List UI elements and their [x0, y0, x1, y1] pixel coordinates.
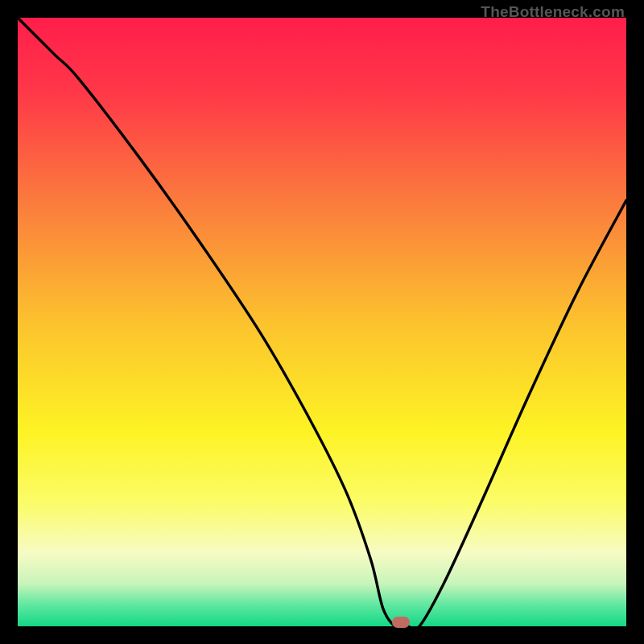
chart-frame: TheBottleneck.com: [18, 18, 626, 626]
chart-curve: [18, 18, 626, 626]
minimum-marker: [392, 617, 410, 628]
